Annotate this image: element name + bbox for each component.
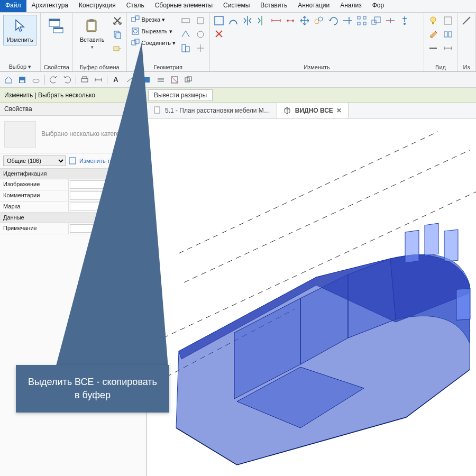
tab-3d-active[interactable]: ВИДНО ВСЕ ✕ [277, 103, 349, 118]
category-filter[interactable]: Общие (106) [3, 155, 66, 166]
prop-image-input[interactable] [70, 180, 145, 189]
prop-row: Марка [0, 202, 147, 213]
geom-tool-1[interactable] [180, 15, 191, 26]
copy2-icon[interactable] [313, 15, 325, 26]
dim-icon[interactable] [124, 75, 135, 85]
ribbon-group-properties: Свойства [41, 13, 73, 71]
tab-close-icon[interactable]: ✕ [336, 107, 342, 114]
geom-tool-6[interactable] [195, 42, 206, 54]
view-tool-1[interactable] [442, 15, 454, 26]
svg-rect-51 [405, 230, 419, 263]
edit-type-link[interactable]: Изменить тип [79, 158, 116, 164]
menu-insert[interactable]: Вставить [255, 0, 292, 12]
properties-title: Свойства [4, 105, 32, 113]
scale-icon[interactable] [370, 15, 382, 26]
svg-rect-20 [186, 47, 189, 52]
ribbon-group-measure: Из [457, 13, 476, 71]
svg-rect-10 [116, 33, 121, 39]
cut-icon[interactable] [112, 15, 123, 26]
save-icon[interactable] [17, 75, 28, 85]
menu-truncated[interactable]: Фор [367, 0, 389, 12]
prop-comments-input[interactable] [70, 191, 145, 200]
ribbon-group-modify: Изменить [210, 13, 424, 71]
svg-rect-36 [432, 22, 434, 24]
svg-rect-3 [53, 28, 63, 29]
cut-geom-icon [131, 27, 140, 35]
svg-rect-53 [444, 230, 458, 262]
paint-icon[interactable] [427, 29, 439, 40]
close-icon[interactable]: ✕ [136, 105, 142, 113]
view-tool-2[interactable] [442, 29, 454, 40]
chevron-down-icon: ▼ [90, 45, 94, 50]
text-icon[interactable]: A [111, 75, 121, 85]
measure2-icon[interactable] [93, 75, 104, 85]
split-icon[interactable] [385, 15, 396, 26]
move-icon[interactable] [299, 15, 310, 26]
sheet-icon [153, 106, 162, 115]
join-icon [131, 39, 140, 47]
delete-icon[interactable] [213, 28, 225, 40]
menu-structure[interactable]: Конструкция [74, 0, 121, 12]
copy-icon[interactable] [112, 29, 123, 40]
dim-tool-icon[interactable] [270, 15, 282, 26]
rotate-icon[interactable] [327, 15, 339, 26]
svg-rect-43 [81, 78, 88, 82]
svg-rect-54 [456, 289, 470, 321]
svg-rect-41 [20, 80, 24, 83]
model-viewport[interactable] [147, 118, 476, 476]
mirror-icon[interactable] [242, 15, 253, 26]
prop-note-input[interactable] [70, 224, 145, 233]
dim-tool2-icon[interactable] [285, 15, 296, 26]
menu-precast[interactable]: Сборные элементы [150, 0, 218, 12]
section-identification[interactable]: Идентификация⌄ [0, 169, 147, 179]
menu-annotate[interactable]: Аннотации [292, 0, 335, 12]
redo-icon[interactable] [62, 75, 72, 85]
trim-icon[interactable] [342, 15, 353, 26]
measure-icon[interactable] [461, 15, 472, 26]
modify-button[interactable]: Изменить [3, 15, 37, 45]
cloud-icon[interactable] [31, 75, 41, 85]
section-icon[interactable] [142, 75, 152, 85]
svg-rect-32 [372, 20, 376, 24]
prop-mark-input[interactable] [70, 203, 145, 211]
dimension-chip[interactable]: Вывести размеры [148, 89, 213, 101]
prop-row: Примечание [0, 223, 147, 234]
offset-icon[interactable] [227, 15, 239, 26]
ribbon-group-select: Изменить Выбор ▾ [0, 13, 41, 71]
svg-rect-18 [182, 19, 189, 23]
menu-file[interactable]: Файл [0, 0, 26, 12]
geom-tool-3[interactable] [180, 42, 191, 54]
contextual-bar: Изменить | Выбрать несколько Вывести раз… [0, 88, 476, 103]
close-hidden-icon[interactable] [169, 75, 180, 85]
menu-systems[interactable]: Системы [218, 0, 255, 12]
svg-rect-50 [154, 107, 160, 113]
menu-analyze[interactable]: Анализ [335, 0, 367, 12]
clipboard-icon [84, 17, 100, 34]
pin-icon[interactable] [399, 15, 410, 26]
thin-lines-icon[interactable] [155, 75, 166, 85]
tab-plan[interactable]: 5.1 - План расстановки мебели М… [147, 103, 277, 118]
home-icon[interactable] [3, 75, 14, 85]
cut-geom-button[interactable]: Вырезать ▾ [130, 26, 177, 36]
geom-tool-5[interactable] [195, 29, 206, 40]
undo-icon[interactable] [48, 75, 59, 85]
join-button[interactable]: Соединить ▾ [130, 38, 177, 48]
mirror2-icon[interactable] [256, 15, 268, 26]
properties-button[interactable] [44, 15, 68, 37]
section-data[interactable]: Данные⌄ [0, 213, 147, 223]
print-icon[interactable] [79, 75, 90, 85]
geom-tool-4[interactable] [195, 15, 206, 26]
array-icon[interactable] [356, 15, 368, 26]
paste-button[interactable]: Вставить ▼ [76, 15, 108, 52]
switch-windows-icon[interactable] [183, 75, 194, 85]
bulb-icon[interactable] [427, 15, 439, 26]
menu-steel[interactable]: Сталь [121, 0, 150, 12]
match-icon[interactable] [112, 42, 123, 54]
view-tool-3[interactable] [442, 42, 454, 54]
svg-rect-44 [83, 77, 87, 78]
cope-button[interactable]: Врезка ▾ [130, 15, 177, 24]
menu-architecture[interactable]: Архитектура [26, 0, 74, 12]
geom-tool-2[interactable] [180, 29, 191, 40]
align-icon[interactable] [213, 15, 225, 26]
linework-icon[interactable] [427, 42, 439, 54]
